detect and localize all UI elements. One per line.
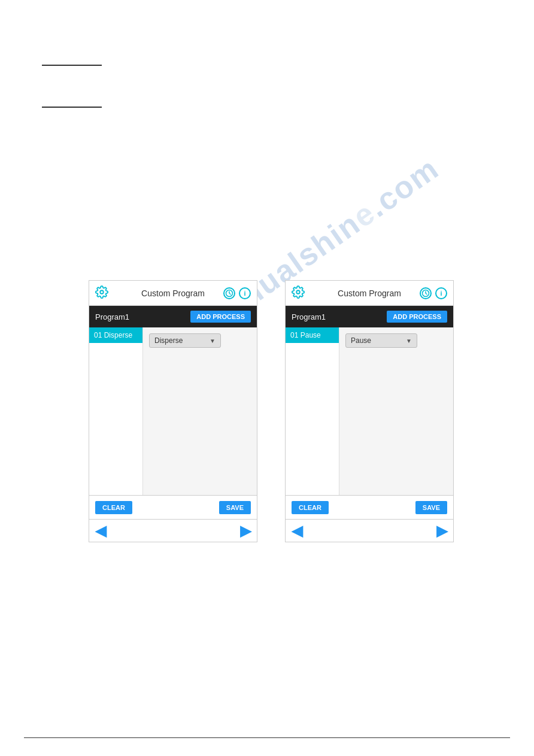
- screen-1-forward-arrow[interactable]: ▶: [240, 523, 251, 539]
- top-line-1: [42, 65, 102, 66]
- screen-1-back-arrow[interactable]: ◀: [95, 523, 106, 539]
- screen-2-process-dropdown[interactable]: Pause ▼: [345, 333, 417, 348]
- screen-2-title: Custom Program: [338, 289, 401, 298]
- screen-1-info-icon[interactable]: i: [239, 287, 251, 299]
- screen-2-body: 01 Pause Pause ▼: [286, 327, 453, 495]
- screen-1-process-number: 01: [94, 331, 102, 339]
- screen-1-add-process-button[interactable]: ADD PROCESS: [190, 311, 251, 323]
- screen-1-process-item-1[interactable]: 01 Disperse: [89, 327, 142, 343]
- screen-2-clear-button[interactable]: CLEAR: [292, 501, 329, 514]
- screen-1-process-detail: Disperse ▼: [143, 327, 257, 495]
- svg-point-4: [296, 290, 300, 294]
- screen-2-process-name: Pause: [301, 331, 321, 339]
- screen-2-gear-icon: [292, 286, 305, 301]
- screen-2-footer: CLEAR SAVE: [286, 495, 453, 519]
- screen-1-dropdown-value: Disperse: [154, 336, 183, 345]
- bottom-line: [24, 737, 510, 738]
- screen-1-header: Custom Program i: [89, 281, 257, 306]
- screen-2-program-name: Program1: [292, 312, 326, 321]
- svg-point-0: [100, 290, 104, 294]
- screen-1-program-bar: Program1 ADD PROCESS: [89, 306, 257, 327]
- screen-2-info-icon[interactable]: i: [435, 287, 447, 299]
- screen-2-nav: ◀ ▶: [286, 519, 453, 542]
- screen-1-nav: ◀ ▶: [89, 519, 257, 542]
- screen-2-process-item-1[interactable]: 01 Pause: [286, 327, 339, 343]
- screen-1-body: 01 Disperse Disperse ▼: [89, 327, 257, 495]
- screen-2-add-process-button[interactable]: ADD PROCESS: [387, 311, 447, 323]
- top-line-2: [42, 107, 102, 108]
- screen-1-process-list: 01 Disperse: [89, 327, 143, 495]
- screen-2-forward-arrow[interactable]: ▶: [436, 523, 447, 539]
- screen-1-dropdown-arrow: ▼: [210, 338, 216, 344]
- screen-1-title: Custom Program: [141, 289, 205, 298]
- screen-1: Custom Program i: [89, 280, 257, 542]
- screen-2-clock-icon[interactable]: [420, 287, 432, 299]
- screen-1-gear-icon: [95, 286, 108, 301]
- screen-2-process-list: 01 Pause: [286, 327, 339, 495]
- screen-2-back-arrow[interactable]: ◀: [292, 523, 302, 539]
- screen-1-header-icons: i: [223, 287, 251, 299]
- screen-1-process-dropdown[interactable]: Disperse ▼: [149, 333, 221, 348]
- svg-line-7: [426, 293, 427, 294]
- screen-2-dropdown-value: Pause: [351, 336, 371, 345]
- screen-2-program-bar: Program1 ADD PROCESS: [286, 306, 453, 327]
- screen-1-footer: CLEAR SAVE: [89, 495, 257, 519]
- page: manualshine.com Custom Program: [0, 0, 534, 756]
- screens-wrapper: Custom Program i: [89, 280, 454, 542]
- svg-line-3: [229, 293, 231, 294]
- screen-2-process-detail: Pause ▼: [339, 327, 453, 495]
- screen-2-header-icons: i: [420, 287, 447, 299]
- screen-2-dropdown-arrow: ▼: [406, 338, 412, 344]
- screen-1-program-name: Program1: [95, 312, 129, 321]
- screen-2: Custom Program i Program1: [285, 280, 454, 542]
- screen-1-process-name: Disperse: [104, 331, 132, 339]
- screen-1-save-button[interactable]: SAVE: [219, 501, 251, 514]
- screen-1-clear-button[interactable]: CLEAR: [95, 501, 132, 514]
- screen-1-clock-icon[interactable]: [223, 287, 235, 299]
- screen-2-save-button[interactable]: SAVE: [415, 501, 447, 514]
- screen-2-header: Custom Program i: [286, 281, 453, 306]
- screen-2-process-number: 01: [290, 331, 298, 339]
